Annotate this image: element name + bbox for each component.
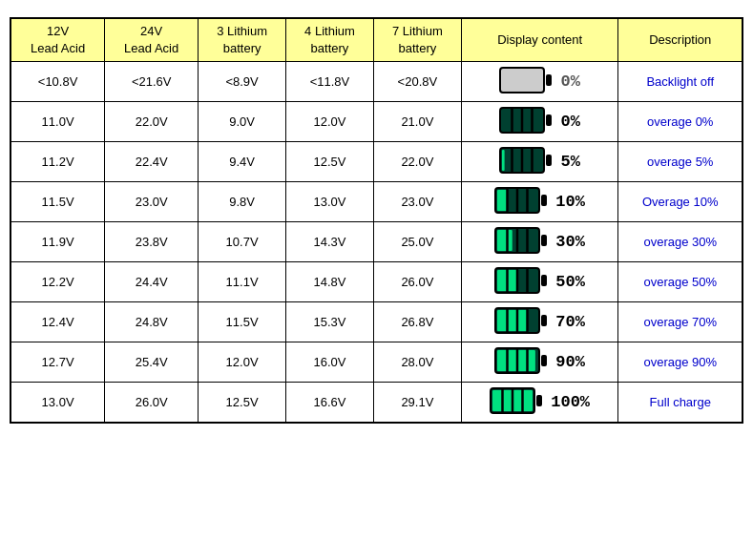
cell-v12-1: 11.0V [10,102,105,142]
header-display: Display content [461,18,618,62]
battery-icon-2 [499,146,554,177]
cell-v3li-3: 9.8V [199,182,286,222]
cell-v12-8: 13.0V [10,383,105,424]
svg-rect-14 [497,190,508,211]
svg-rect-36 [541,315,547,326]
cell-v24-8: 26.0V [105,383,199,424]
display-cell-0: 0% [461,62,618,102]
battery-icon-4 [494,226,550,258]
cell-v24-7: 25.4V [105,342,199,383]
display-cell-4: 30% [461,222,618,262]
cell-v24-5: 24.4V [105,262,199,302]
cell-v12-4: 11.9V [10,222,105,262]
display-cell-5: 50% [461,262,618,302]
percentage-0: 0% [560,73,579,91]
header-12v: 12VLead Acid [10,18,105,62]
battery-icon-3 [494,186,550,218]
display-cell-1: 0% [461,102,618,142]
desc-cell-2: overage 5% [618,142,743,182]
cell-v24-3: 23.0V [105,182,199,222]
cell-v3li-8: 12.5V [199,383,286,424]
desc-cell-6: overage 70% [618,302,743,342]
desc-cell-0: Backlight off [618,62,743,102]
percentage-2: 5% [560,153,579,171]
desc-cell-4: overage 30% [618,222,743,262]
cell-v4li-0: <11.8V [286,62,374,102]
svg-rect-42 [541,355,547,366]
cell-v4li-1: 12.0V [286,102,374,142]
header-desc: Description [618,18,743,62]
svg-rect-1 [546,74,552,86]
cell-v24-1: 22.0V [105,102,199,142]
cell-v7li-8: 29.1V [373,383,461,424]
battery-icon-6 [494,306,550,338]
cell-v7li-0: <20.8V [373,62,461,102]
cell-v24-6: 24.8V [105,302,199,342]
desc-cell-8: Full charge [618,383,743,424]
battery-icon-5 [494,266,550,298]
cell-v12-0: <10.8V [10,62,105,102]
percentage-4: 30% [555,233,585,251]
cell-v7li-1: 21.0V [373,102,461,142]
header-3li: 3 Lithiumbattery [199,18,286,62]
svg-rect-12 [546,155,552,166]
cell-v3li-2: 9.4V [199,142,286,182]
cell-v7li-4: 25.0V [373,222,461,262]
display-cell-7: 90% [461,342,618,383]
display-cell-3: 10% [461,182,618,222]
cell-v4li-5: 14.8V [286,262,374,302]
cell-v3li-4: 10.7V [199,222,286,262]
battery-icon-1 [499,106,554,137]
cell-v7li-5: 26.0V [373,262,461,302]
cell-v12-3: 11.5V [10,182,105,222]
percentage-7: 90% [555,353,585,371]
cell-v12-6: 12.4V [10,302,105,342]
cell-v7li-3: 23.0V [373,182,461,222]
desc-cell-1: overage 0% [618,102,743,142]
svg-rect-32 [497,310,528,331]
svg-rect-6 [546,114,552,126]
cell-v3li-6: 11.5V [199,302,286,342]
percentage-6: 70% [555,313,585,331]
battery-icon-8 [490,386,545,418]
header-24v: 24VLead Acid [105,18,199,62]
svg-rect-0 [500,68,544,93]
svg-rect-8 [502,150,505,171]
desc-cell-7: overage 90% [618,342,743,383]
cell-v12-5: 12.2V [10,262,105,302]
display-cell-6: 70% [461,302,618,342]
percentage-5: 50% [555,273,585,291]
cell-v3li-7: 12.0V [199,342,286,383]
percentage-1: 0% [560,113,579,131]
battery-icon-0 [499,66,554,97]
header-7li: 7 Lithiumbattery [373,18,461,62]
cell-v4li-2: 12.5V [286,142,374,182]
cell-v24-0: <21.6V [105,62,199,102]
cell-v24-2: 22.4V [105,142,199,182]
svg-rect-18 [541,195,547,206]
cell-v4li-6: 15.3V [286,302,374,342]
header-4li: 4 Lithiumbattery [286,18,374,62]
desc-cell-3: Overage 10% [618,182,743,222]
desc-cell-5: overage 50% [618,262,743,302]
battery-icon-7 [494,346,550,378]
cell-v4li-3: 13.0V [286,182,374,222]
display-cell-8: 100% [461,383,618,424]
svg-rect-20 [497,230,512,251]
cell-v7li-7: 28.0V [373,342,461,383]
cell-v12-2: 11.2V [10,142,105,182]
cell-v3li-0: <8.9V [199,62,286,102]
cell-v4li-4: 14.3V [286,222,374,262]
svg-rect-48 [536,395,542,406]
cell-v12-7: 12.7V [10,342,105,383]
svg-rect-24 [541,235,547,246]
percentage-3: 10% [555,193,585,211]
svg-rect-30 [541,275,547,286]
cell-v24-4: 23.8V [105,222,199,262]
display-cell-2: 5% [461,142,618,182]
voltage-table: 12VLead Acid 24VLead Acid 3 Lithiumbatte… [10,17,743,424]
cell-v7li-6: 26.8V [373,302,461,342]
cell-v7li-2: 22.0V [373,142,461,182]
cell-v3li-1: 9.0V [199,102,286,142]
cell-v4li-7: 16.0V [286,342,374,383]
